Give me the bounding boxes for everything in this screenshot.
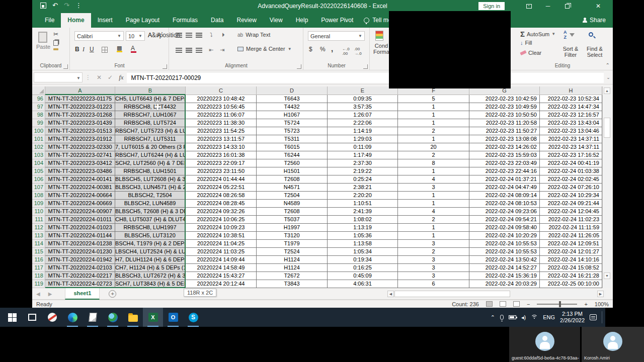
- cell-D110[interactable]: T2608: [257, 208, 328, 216]
- cell-C116[interactable]: 20220224 14:09:44: [186, 256, 257, 264]
- scroll-left-icon[interactable]: ◀: [387, 291, 394, 297]
- cell-H111[interactable]: 2022-02-24 11:02:23: [540, 216, 602, 224]
- conditional-formatting-icon[interactable]: [375, 31, 383, 41]
- fill-color-icon[interactable]: ▩: [117, 45, 122, 52]
- taskbar-excel[interactable]: X: [143, 308, 163, 327]
- cell-H117[interactable]: 2022-02-24 15:08:52: [540, 264, 602, 272]
- battery-icon[interactable]: [509, 315, 516, 319]
- cell-E97[interactable]: 3:57:35: [328, 103, 398, 111]
- cell-G108[interactable]: 2022-02-24 08:09:14: [469, 192, 540, 200]
- cell-G103[interactable]: 2022-02-23 15:59:03: [469, 151, 540, 159]
- column-header-H[interactable]: H: [540, 86, 602, 95]
- formula-bar-splitter[interactable]: ⋮: [85, 74, 91, 81]
- cell-H98[interactable]: 2022-02-23 12:16:57: [540, 111, 602, 119]
- row-header-111[interactable]: 111: [32, 216, 45, 224]
- cell-G104[interactable]: 2022-02-23 22:03:49: [469, 159, 540, 167]
- name-box-dropdown-icon[interactable]: ▼: [76, 76, 80, 80]
- cell-B96[interactable]: CH5, LUT6643 (H) & 7 DEPs (2: [115, 95, 186, 103]
- currency-format-icon[interactable]: $: [309, 46, 312, 53]
- cell-H113[interactable]: 2022-02-24 11:26:05: [540, 232, 602, 240]
- zoom-slider-thumb[interactable]: [559, 301, 561, 307]
- cell-D112[interactable]: H1997: [257, 224, 328, 232]
- cell-E110[interactable]: 2:41:39: [328, 208, 398, 216]
- normal-view-icon[interactable]: [486, 301, 493, 307]
- cell-A118[interactable]: MTN-TT-20220224-02217: [45, 272, 115, 280]
- minimize-button[interactable]: ─: [539, 0, 556, 13]
- cell-B113[interactable]: BLBSCH5, LUT3120: [115, 232, 186, 240]
- cell-G117[interactable]: 2022-02-24 14:52:27: [469, 264, 540, 272]
- cell-G105[interactable]: 2022-02-23 22:44:16: [469, 167, 540, 175]
- wifi-icon[interactable]: [531, 315, 538, 320]
- align-center-icon[interactable]: [186, 48, 192, 53]
- cell-B118[interactable]: BLBSCH3, LUT2672 (H) & 3 DEP: [115, 272, 186, 280]
- cell-F113[interactable]: 1: [398, 232, 469, 240]
- cell-E115[interactable]: 1:05:34: [328, 248, 398, 256]
- row-header-114[interactable]: 114: [32, 240, 45, 248]
- cell-C115[interactable]: 20220224 11:03:25: [186, 248, 257, 256]
- cell-C117[interactable]: 20220224 14:58:49: [186, 264, 257, 272]
- decrease-decimal-icon[interactable]: .00→.0: [354, 47, 362, 56]
- cell-F117[interactable]: 3: [398, 264, 469, 272]
- cell-G111[interactable]: 2022-02-24 09:54:21: [469, 216, 540, 224]
- cell-E113[interactable]: 1:05:36: [328, 232, 398, 240]
- cell-A104[interactable]: MTN-TT-20220223-03412: [45, 159, 115, 167]
- cell-G115[interactable]: 2022-02-24 10:55:53: [469, 248, 540, 256]
- cell-H102[interactable]: 2022-02-23 14:37:11: [540, 143, 602, 151]
- cell-D114[interactable]: T1979: [257, 240, 328, 248]
- cell-F111[interactable]: 2: [398, 216, 469, 224]
- row-header-97[interactable]: 97: [32, 103, 45, 111]
- cell-F99[interactable]: 1: [398, 119, 469, 127]
- tray-expand-icon[interactable]: ⌃: [491, 314, 495, 321]
- cell-F105[interactable]: 1: [398, 167, 469, 175]
- zoom-out-icon[interactable]: −: [527, 301, 530, 307]
- cell-E100[interactable]: 1:14:19: [328, 127, 398, 135]
- cell-B115[interactable]: LBSCH4, LUT2524 (H) & LUT252: [115, 248, 186, 256]
- cell-C114[interactable]: 20220224 11:04:25: [186, 240, 257, 248]
- cell-C103[interactable]: 20220223 16:01:38: [186, 151, 257, 159]
- cell-A101[interactable]: MTN-TT-20220223-01912: [45, 135, 115, 143]
- row-header-119[interactable]: 119: [32, 280, 45, 288]
- cell-A113[interactable]: MTN-TT-20220224-01144: [45, 232, 115, 240]
- cell-E99[interactable]: 2:22:06: [328, 119, 398, 127]
- cell-G112[interactable]: 2022-02-24 09:58:40: [469, 224, 540, 232]
- cell-A115[interactable]: MTN-TT-20220224-01230: [45, 248, 115, 256]
- cell-C112[interactable]: 20220224 10:09:23: [186, 224, 257, 232]
- paste-button[interactable]: Paste: [36, 32, 49, 50]
- cell-B103[interactable]: RBSCH7, LUT6244 (H) & LUH70: [115, 151, 186, 159]
- cell-F100[interactable]: 2: [398, 127, 469, 135]
- cell-E106[interactable]: 0:25:24: [328, 175, 398, 184]
- row-header-117[interactable]: 117: [32, 264, 45, 272]
- horizontal-scrollbar[interactable]: ◀ ▶: [387, 290, 606, 298]
- cell-H106[interactable]: 2022-02-24 02:02:45: [540, 175, 602, 184]
- participant-tile-korosh[interactable]: Korosh Amiri: [582, 327, 644, 362]
- cell-D100[interactable]: T5723: [257, 127, 328, 135]
- collapse-ribbon-icon[interactable]: ⌃: [606, 62, 610, 68]
- cell-A110[interactable]: MTN-TT-20220224-00907: [45, 208, 115, 216]
- cell-D115[interactable]: T2524: [257, 248, 328, 256]
- row-header-103[interactable]: 103: [32, 151, 45, 159]
- format-painter-icon[interactable]: [53, 48, 58, 50]
- cell-B100[interactable]: RBSCH7, LUT5723 (H) & LUT521: [115, 127, 186, 135]
- select-all-corner[interactable]: [32, 86, 45, 95]
- cell-D116[interactable]: H1124: [257, 256, 328, 264]
- cell-A96[interactable]: MTN-TT-20220223-01175: [45, 95, 115, 103]
- cell-B114[interactable]: BSCH4, T1979 (H) & 2 DEPs (1F: [115, 240, 186, 248]
- number-dialog-launcher[interactable]: [363, 64, 368, 69]
- insert-function-icon[interactable]: fx: [119, 73, 123, 81]
- wrap-text-button[interactable]: abWrap Text: [237, 32, 270, 38]
- cell-F104[interactable]: 8: [398, 159, 469, 167]
- cell-A103[interactable]: MTN-TT-20220223-02741: [45, 151, 115, 159]
- cell-C97[interactable]: 20220223 10:56:45: [186, 103, 257, 111]
- cell-B111[interactable]: CH8, LUT5037 (H) & DLUT4434: [115, 216, 186, 224]
- cell-D118[interactable]: T2672: [257, 272, 328, 280]
- cell-A116[interactable]: MTN-TT-20220224-01942: [45, 256, 115, 264]
- cell-A106[interactable]: MTN-TT-20220224-00141: [45, 175, 115, 184]
- cell-B110[interactable]: BLBSCH5, T2608 (H) & 3 DEPs: [115, 208, 186, 216]
- alignment-dialog-launcher[interactable]: [297, 64, 301, 69]
- cell-E101[interactable]: 1:29:03: [328, 135, 398, 143]
- row-header-102[interactable]: 102: [32, 143, 45, 151]
- ribbon-tab-file[interactable]: File: [38, 13, 61, 28]
- cell-E102[interactable]: 0:11:09: [328, 143, 398, 151]
- fill-button[interactable]: ↓ Fill: [520, 40, 532, 46]
- row-header-113[interactable]: 113: [32, 232, 45, 240]
